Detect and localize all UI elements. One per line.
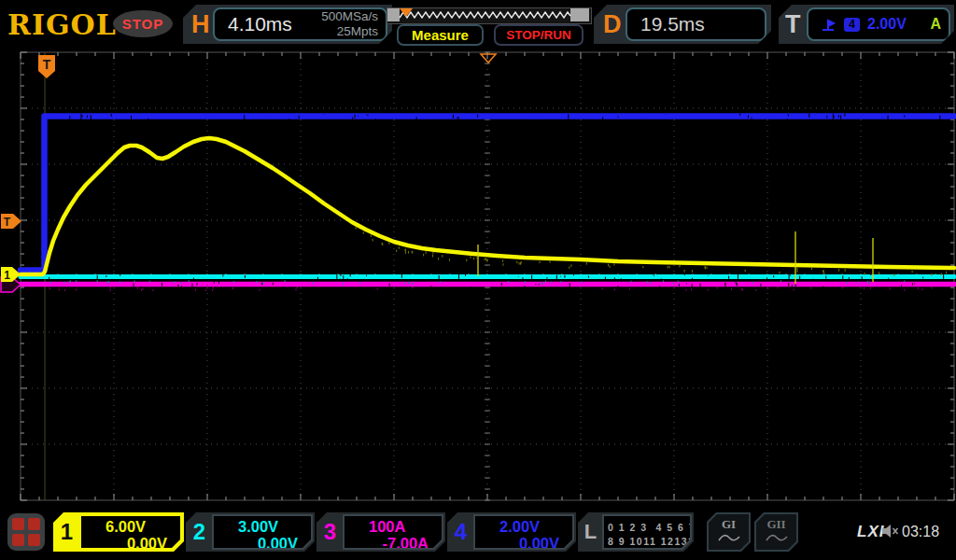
generator-1-label: GI <box>722 517 736 532</box>
ch4-offset: 0.00V <box>481 535 565 552</box>
graticule-grid <box>21 52 954 500</box>
ch1-scale: 6.00V <box>105 518 146 535</box>
logic-digits-row2: 8 9 1011 12131415 <box>608 535 686 549</box>
channel-4-number: 4 <box>447 512 474 552</box>
waveform-display: T T 1 <box>0 0 956 560</box>
ch1-trace <box>21 138 954 274</box>
ch1-marker-number: 1 <box>4 269 10 282</box>
system-time: 03:18 <box>902 524 939 540</box>
trigger-level-value: 2.00V <box>867 16 922 33</box>
measure-button[interactable]: Measure <box>397 24 484 46</box>
speaker-muted-icon <box>881 524 899 539</box>
ch3-offset: -7.00A <box>350 535 434 552</box>
trigger-label: T <box>785 5 801 44</box>
channel-2-tab[interactable]: 2 3.00V 0.00V <box>186 512 315 552</box>
ch1-ground-marker[interactable]: 1 <box>1 267 21 282</box>
delay-value-box: 19.5ms <box>626 7 766 41</box>
trigger-sweep-mode: A <box>930 16 941 33</box>
waveform-traces <box>21 117 954 285</box>
horizontal-panel[interactable]: H 4.10ms 500MSa/s 25Mpts <box>183 5 392 44</box>
channel-3-tab[interactable]: 3 100A -7.00A <box>316 512 445 552</box>
sample-rate: 500MSa/s <box>321 9 378 24</box>
logic-digits-row1: 0 1 2 3 4 5 6 7 <box>608 516 686 535</box>
memory-position-bar[interactable] <box>387 7 592 24</box>
oscilloscope-screen: RIGOL STOP H 4.10ms 500MSa/s 25Mpts Meas… <box>0 0 956 560</box>
ch1-offset: 0.00V <box>87 535 173 552</box>
menu-button[interactable] <box>7 513 45 551</box>
ch2-scale: 3.00V <box>238 518 278 535</box>
trigger-position-flag[interactable]: T <box>38 55 55 78</box>
trigger-value-box: 4 2.00V A <box>807 7 950 41</box>
stop-run-button[interactable]: STOP/RUN <box>494 24 583 46</box>
ch2-offset: 0.00V <box>219 535 303 552</box>
ch3-scale: 100A <box>369 518 405 535</box>
trigger-flag-letter: T <box>43 57 51 72</box>
memory-depth: 25Mpts <box>337 24 378 39</box>
horizontal-label: H <box>191 5 210 44</box>
channel-1-tab[interactable]: 1 6.00V 0.00V <box>53 512 184 552</box>
acquisition-status-badge: STOP <box>113 10 173 37</box>
trigger-source-badge: 4 <box>844 18 860 32</box>
horizontal-reference-marker <box>481 54 496 63</box>
horizontal-value-box: 4.10ms 500MSa/s 25Mpts <box>213 7 387 41</box>
channel-3-number: 3 <box>316 512 344 552</box>
channel-2-number: 2 <box>186 512 213 552</box>
channel-4-tab[interactable]: 4 2.00V 0.00V <box>447 512 576 552</box>
menu-grid-icon <box>12 518 24 530</box>
generator-2-button[interactable]: GII <box>754 512 798 552</box>
noise-speckles <box>49 113 947 291</box>
memory-zigzag <box>387 8 589 21</box>
delay-label: D <box>603 5 622 44</box>
generator-2-label: GII <box>766 517 785 532</box>
trigger-level-marker[interactable]: T <box>1 214 21 229</box>
logic-analyzer-tab[interactable]: L 0 1 2 3 4 5 6 7 8 9 1011 12131415 <box>578 512 694 552</box>
horizontal-scale: 4.10ms <box>215 13 321 35</box>
sine-wave-icon <box>765 532 789 544</box>
trigger-slope-icon <box>820 16 836 33</box>
ch4-scale: 2.00V <box>499 518 540 535</box>
ch4-trace <box>21 117 954 271</box>
ch3-ground-marker[interactable] <box>1 277 21 292</box>
sine-wave-icon <box>717 532 741 544</box>
channel-1-number: 1 <box>53 512 80 552</box>
logic-label: L <box>578 512 603 552</box>
trigger-panel[interactable]: T 4 2.00V A <box>779 5 954 44</box>
generator-1-button[interactable]: GI <box>707 512 751 552</box>
trigger-level-letter: T <box>4 216 11 229</box>
delay-panel[interactable]: D 19.5ms <box>594 5 771 44</box>
delay-value: 19.5ms <box>627 13 705 35</box>
brand-logo: RIGOL <box>7 8 117 41</box>
